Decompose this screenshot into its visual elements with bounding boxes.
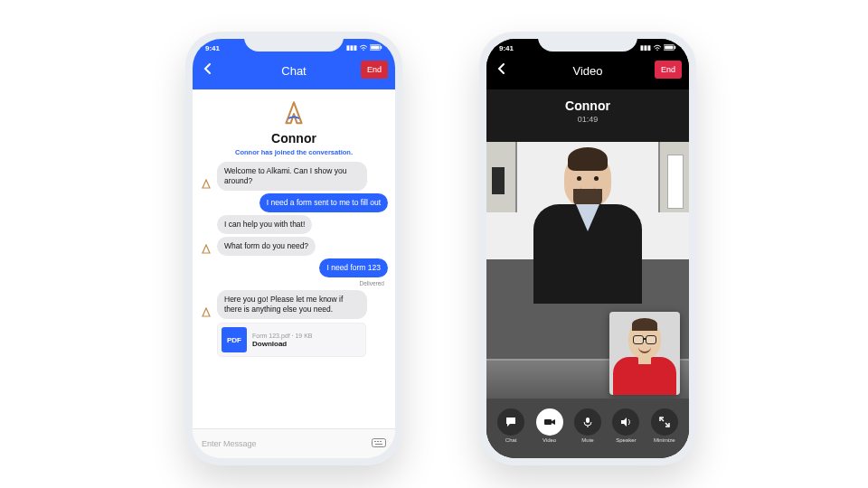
attachment-info: Form 123.pdf · 19 KB Download (252, 333, 313, 348)
signal-icon: ▮▮▮ (640, 44, 651, 52)
video-screen: 9:41 ▮▮▮ V (486, 39, 689, 458)
svg-rect-3 (373, 439, 386, 447)
picture-frame (492, 167, 505, 194)
svg-rect-2 (381, 46, 382, 49)
phone-video: 9:41 ▮▮▮ V (479, 32, 696, 465)
end-button[interactable]: End (361, 61, 388, 79)
end-button[interactable]: End (655, 61, 682, 79)
status-time: 9:41 (205, 44, 220, 52)
keyboard-icon[interactable] (372, 438, 386, 449)
call-duration: 01:49 (486, 115, 689, 124)
status-icons: ▮▮▮ (640, 44, 676, 52)
contact-name: Connor (193, 131, 395, 145)
message-row: Welcome to Alkami. Can I show you around… (200, 162, 388, 191)
status-bar: 9:41 ▮▮▮ (193, 42, 395, 54)
chat-icon (497, 408, 524, 436)
agent-avatar-icon (200, 178, 212, 191)
chat-screen: 9:41 ▮▮▮ C (193, 39, 395, 458)
alkami-logo-icon (278, 99, 309, 129)
status-icons: ▮▮▮ (346, 44, 382, 52)
self-person (609, 312, 680, 395)
control-chat[interactable]: Chat (493, 408, 529, 443)
battery-icon (370, 44, 382, 52)
status-bar: 9:41 ▮▮▮ (486, 42, 689, 54)
video-controls: Chat Video Mute (486, 399, 689, 458)
agent-avatar-icon (200, 306, 212, 319)
control-label: Minimize (654, 437, 675, 443)
agent-message: Welcome to Alkami. Can I show you around… (217, 162, 367, 191)
phone-chat: 9:41 ▮▮▮ C (185, 32, 402, 465)
agent-avatar-icon (200, 243, 212, 256)
stage: 9:41 ▮▮▮ C (0, 0, 868, 488)
svg-rect-7 (375, 444, 382, 445)
signal-icon: ▮▮▮ (346, 44, 357, 52)
phone-video-inner: 9:41 ▮▮▮ V (486, 39, 689, 458)
control-mute[interactable]: Mute (570, 408, 606, 443)
speaker-icon (612, 408, 639, 436)
call-name: Connor (486, 89, 689, 113)
attachment-meta: Form 123.pdf · 19 KB (252, 333, 313, 340)
control-label: Video (542, 437, 556, 443)
message-row: I can help you with that! (200, 215, 388, 234)
svg-rect-1 (371, 46, 379, 50)
chat-header: 9:41 ▮▮▮ C (193, 39, 395, 89)
chat-body[interactable]: Connor Connor has joined the conversatio… (193, 89, 395, 429)
svg-rect-5 (377, 441, 379, 442)
message-row: What form do you need? (200, 237, 388, 256)
svg-rect-4 (374, 441, 376, 442)
video-main (486, 142, 689, 404)
control-speaker[interactable]: Speaker (608, 408, 644, 443)
attachment-row: PDF Form 123.pdf · 19 KB Download (200, 323, 388, 357)
remote-person (524, 153, 651, 297)
whiteboard (667, 155, 684, 209)
delivered-label: Delivered (193, 280, 384, 286)
agent-message: I can help you with that! (217, 215, 312, 234)
control-label: Chat (505, 437, 517, 443)
user-message: I need a form sent to me to fill out (259, 193, 388, 212)
control-minimize[interactable]: Minimize (646, 408, 683, 443)
svg-rect-12 (586, 418, 590, 423)
svg-rect-10 (675, 46, 675, 49)
wifi-icon (359, 44, 368, 52)
phone-chat-inner: 9:41 ▮▮▮ C (193, 39, 395, 458)
control-label: Speaker (616, 437, 636, 443)
svg-rect-9 (665, 46, 673, 50)
message-row: I need a form sent to me to fill out (200, 193, 388, 212)
message-row: Here you go! Please let me know if there… (200, 290, 388, 319)
message-input[interactable]: Enter Message (202, 439, 257, 448)
message-row: I need form 123 (200, 258, 388, 277)
status-time: 9:41 (499, 44, 514, 52)
minimize-icon (651, 408, 678, 436)
chat-input-bar[interactable]: Enter Message (193, 428, 395, 458)
control-label: Mute (581, 437, 593, 443)
joined-notice: Connor has joined the conversation. (193, 148, 395, 156)
agent-message: Here you go! Please let me know if there… (217, 290, 367, 319)
video-icon (536, 408, 563, 436)
svg-rect-6 (380, 441, 382, 442)
attachment-download[interactable]: Download (252, 340, 313, 348)
user-message: I need form 123 (319, 258, 388, 277)
call-info: Connor 01:49 (486, 89, 689, 142)
wifi-icon (653, 44, 662, 52)
battery-icon (664, 44, 676, 52)
mic-icon (574, 408, 601, 436)
self-video[interactable] (609, 312, 680, 395)
svg-rect-11 (544, 419, 552, 425)
control-video[interactable]: Video (532, 408, 568, 443)
video-header: 9:41 ▮▮▮ V (486, 39, 689, 89)
attachment-card[interactable]: PDF Form 123.pdf · 19 KB Download (217, 323, 366, 357)
agent-message: What form do you need? (217, 237, 316, 256)
pdf-badge: PDF (222, 327, 247, 352)
